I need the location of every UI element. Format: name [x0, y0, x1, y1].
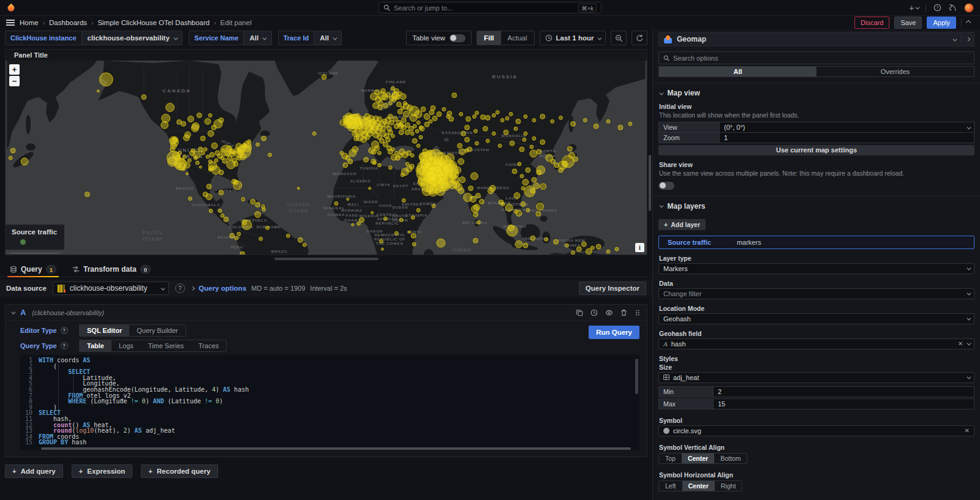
- user-avatar[interactable]: [964, 3, 974, 13]
- drag-handle-icon[interactable]: [635, 309, 641, 316]
- menu-toggle-icon[interactable]: [6, 20, 15, 26]
- query-history-icon[interactable]: [590, 309, 598, 316]
- symbol-select[interactable]: circle.svg✕: [658, 425, 974, 436]
- datasource-help-icon[interactable]: ?: [175, 283, 185, 293]
- code-vscrollbar[interactable]: [635, 359, 638, 394]
- symbol-label: Symbol: [659, 417, 974, 424]
- remove-query-icon[interactable]: [620, 309, 627, 316]
- query-ref-id: A: [21, 308, 26, 317]
- add-recorded-query-button[interactable]: +Recorded query: [141, 465, 217, 478]
- view-select[interactable]: (0°, 0°): [720, 122, 974, 133]
- query-type-help-icon[interactable]: ?: [61, 342, 68, 349]
- logs-option[interactable]: Logs: [111, 340, 141, 351]
- map-layers-section-header[interactable]: Map layers: [660, 202, 974, 211]
- svg-text:MEXICO: MEXICO: [176, 186, 194, 190]
- share-view-toggle[interactable]: [658, 182, 674, 190]
- time-range-picker[interactable]: Last 1 hour: [540, 31, 606, 45]
- styles-label: Styles: [659, 355, 974, 362]
- refresh-button[interactable]: [631, 31, 647, 45]
- editor-type-help-icon[interactable]: ?: [61, 327, 68, 334]
- query-inspector-button[interactable]: Query Inspector: [579, 282, 646, 295]
- query-options-toggle[interactable]: Query options: [198, 285, 246, 292]
- map-legend: Source traffic: [6, 225, 64, 250]
- toggle-viz-suggestions-icon[interactable]: [966, 37, 970, 41]
- grafana-logo[interactable]: [6, 3, 16, 13]
- discard-button[interactable]: Discard: [854, 17, 889, 29]
- code-hscrollbar[interactable]: [41, 447, 631, 450]
- zoom-out-time-button[interactable]: [611, 31, 627, 45]
- trace-id-select[interactable]: All: [314, 31, 342, 45]
- map-zoom-out-button[interactable]: −: [9, 76, 20, 86]
- geomap-canvas[interactable]: + −: [6, 61, 647, 255]
- clear-symbol-icon[interactable]: ✕: [965, 427, 970, 434]
- global-search-input[interactable]: Search or jump to... ⌘+k: [379, 2, 601, 13]
- breadcrumb-home[interactable]: Home: [20, 19, 39, 26]
- min-input[interactable]: 2: [714, 386, 974, 397]
- use-current-map-settings-button[interactable]: Use current map settings: [658, 145, 974, 155]
- add-layer-button[interactable]: +Add layer: [658, 219, 706, 230]
- data-filter-select[interactable]: Change filter: [658, 288, 974, 299]
- map-zoom-in-button[interactable]: +: [9, 64, 20, 75]
- add-expression-button[interactable]: +Expression: [72, 465, 133, 478]
- table-option[interactable]: Table: [80, 340, 111, 351]
- duplicate-query-icon[interactable]: [576, 309, 583, 316]
- query-builder-option[interactable]: Query Builder: [129, 325, 185, 336]
- hide-response-icon[interactable]: [605, 309, 613, 316]
- breadcrumb-dashboard-name[interactable]: Simple ClickHouse OTel Dashboard: [97, 19, 209, 26]
- location-mode-select[interactable]: Geohash: [658, 313, 974, 324]
- tab-overrides[interactable]: Overrides: [816, 67, 974, 76]
- run-query-button[interactable]: Run Query: [589, 326, 639, 339]
- service-name-select[interactable]: All: [244, 31, 271, 45]
- actual-option[interactable]: Actual: [501, 31, 534, 45]
- panel-title[interactable]: Panel Title: [6, 50, 647, 61]
- min-label: Min: [658, 386, 714, 397]
- save-button[interactable]: Save: [894, 17, 922, 29]
- time-series-option[interactable]: Time Series: [141, 340, 191, 351]
- valign-bottom-option[interactable]: Bottom: [714, 453, 747, 463]
- tab-transform-data[interactable]: Transform data 0: [72, 265, 151, 277]
- visualization-picker[interactable]: Geomap: [658, 32, 974, 47]
- news-icon[interactable]: [949, 4, 957, 12]
- map-view-section-header[interactable]: Map view: [660, 89, 974, 97]
- halign-right-option[interactable]: Right: [715, 481, 742, 491]
- valign-top-option[interactable]: Top: [659, 453, 682, 463]
- apply-button[interactable]: Apply: [927, 17, 956, 29]
- add-new-button[interactable]: +: [909, 3, 918, 13]
- map-scale-bar: [9, 253, 61, 253]
- viz-picker-chevron-icon: [953, 37, 957, 40]
- collapse-query-icon[interactable]: [12, 310, 15, 314]
- zoom-input[interactable]: 1: [720, 132, 974, 143]
- svg-text:Atlantic: Atlantic: [285, 201, 311, 207]
- layer-item-source-traffic[interactable]: Source traffic markers: [658, 236, 974, 249]
- add-query-button[interactable]: +Add query: [5, 465, 63, 478]
- help-icon[interactable]: ?: [933, 4, 941, 12]
- search-shortcut: ⌘+k: [578, 4, 597, 12]
- halign-center-option[interactable]: Center: [682, 481, 715, 491]
- query-row-header[interactable]: A (clickhouse-observability): [6, 305, 647, 321]
- sql-editor[interactable]: 1WITH coords AS2 (3 SELECT4 Latitude,5 L…: [20, 355, 639, 450]
- clickhouse-instance-select[interactable]: clickhouse-observability: [82, 31, 183, 45]
- table-view-toggle[interactable]: [450, 34, 466, 42]
- tab-query[interactable]: Query 1: [10, 265, 56, 277]
- halign-left-option[interactable]: Left: [659, 481, 682, 491]
- clear-icon[interactable]: ✕: [958, 340, 963, 347]
- geohash-field-select[interactable]: Ahash✕: [658, 338, 974, 349]
- max-input[interactable]: 15: [714, 398, 974, 409]
- main-scrollbar[interactable]: [649, 155, 651, 211]
- fill-option[interactable]: Fill: [477, 31, 501, 45]
- map-attribution-button[interactable]: i: [635, 243, 644, 252]
- svg-text:MAURITANIA: MAURITANIA: [327, 194, 356, 198]
- sql-editor-option[interactable]: SQL Editor: [80, 325, 129, 336]
- options-search-input[interactable]: Search options: [658, 51, 974, 64]
- traces-option[interactable]: Traces: [191, 340, 226, 351]
- collapse-options-icon[interactable]: [966, 20, 971, 25]
- datasource-label: Data source: [6, 285, 47, 292]
- legend-title: Source traffic: [12, 228, 57, 236]
- valign-center-option[interactable]: Center: [682, 453, 714, 463]
- size-field-select[interactable]: adj_heat: [658, 372, 974, 383]
- splitter-handle[interactable]: [274, 258, 379, 260]
- layer-type-select[interactable]: Markers: [658, 263, 974, 274]
- tab-all[interactable]: All: [659, 67, 816, 76]
- datasource-select[interactable]: clickhouse-observability: [53, 282, 169, 295]
- breadcrumb-dashboards[interactable]: Dashboards: [49, 19, 87, 26]
